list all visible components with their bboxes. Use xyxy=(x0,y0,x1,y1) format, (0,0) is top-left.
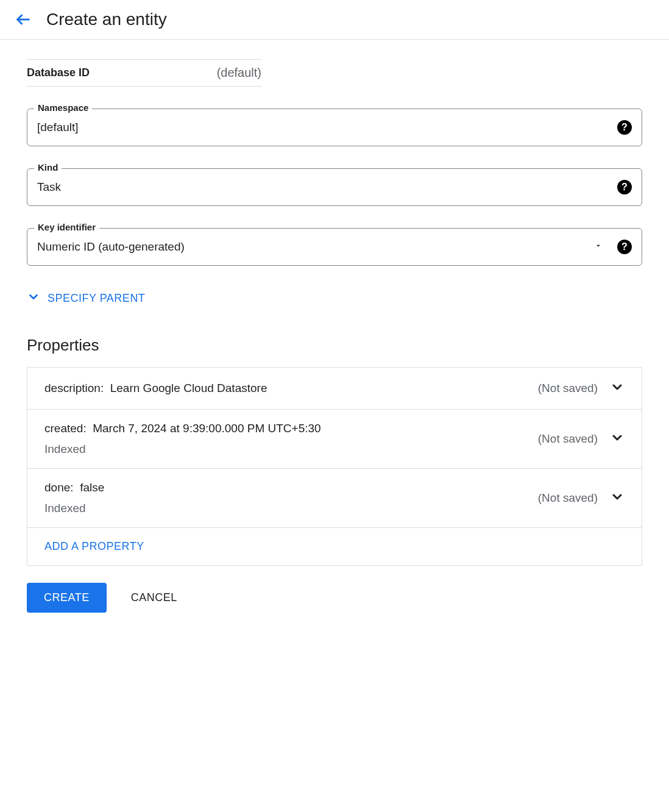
chevron-down-icon xyxy=(610,380,625,397)
content-area: Database ID (default) Namespace [default… xyxy=(0,40,669,632)
kind-value: Task xyxy=(37,180,61,194)
namespace-field-wrapper: Namespace [default] ? xyxy=(27,109,642,146)
help-icon[interactable]: ? xyxy=(617,180,632,194)
key-identifier-field-wrapper: Key identifier Numeric ID (auto-generate… xyxy=(27,228,642,266)
specify-parent-label: SPECIFY PARENT xyxy=(48,292,145,305)
property-indexed: Indexed xyxy=(44,502,104,515)
property-indexed: Indexed xyxy=(44,443,321,456)
key-identifier-select[interactable]: Numeric ID (auto-generated) ? xyxy=(27,228,642,266)
kind-label: Kind xyxy=(34,162,62,173)
property-row[interactable]: done: false Indexed (Not saved) xyxy=(27,469,642,528)
database-id-value: (default) xyxy=(217,66,261,80)
key-identifier-value: Numeric ID (auto-generated) xyxy=(37,240,185,254)
namespace-input[interactable]: [default] ? xyxy=(27,109,642,146)
chevron-down-icon xyxy=(27,290,40,307)
property-status: (Not saved) xyxy=(538,382,598,395)
page-header: Create an entity xyxy=(0,0,669,40)
help-icon[interactable]: ? xyxy=(617,120,632,135)
back-arrow-icon[interactable] xyxy=(15,11,32,28)
property-kv: description: Learn Google Cloud Datastor… xyxy=(44,382,267,395)
property-kv: created: March 7, 2024 at 9:39:00.000 PM… xyxy=(44,422,321,435)
property-status: (Not saved) xyxy=(538,432,598,446)
property-row[interactable]: created: March 7, 2024 at 9:39:00.000 PM… xyxy=(27,410,642,469)
help-icon[interactable]: ? xyxy=(617,240,632,254)
database-id-row: Database ID (default) xyxy=(27,59,261,87)
page-title: Create an entity xyxy=(46,10,167,29)
database-id-label: Database ID xyxy=(27,66,90,79)
namespace-value: [default] xyxy=(37,121,79,134)
dropdown-arrow-icon xyxy=(594,241,603,252)
kind-field-wrapper: Kind Task ? xyxy=(27,168,642,206)
kind-input[interactable]: Task ? xyxy=(27,168,642,206)
key-identifier-label: Key identifier xyxy=(34,222,99,232)
specify-parent-toggle[interactable]: SPECIFY PARENT xyxy=(27,290,642,307)
create-button[interactable]: CREATE xyxy=(27,583,107,613)
properties-title: Properties xyxy=(27,336,642,355)
namespace-label: Namespace xyxy=(34,102,92,113)
property-row[interactable]: description: Learn Google Cloud Datastor… xyxy=(27,368,642,410)
cancel-button[interactable]: CANCEL xyxy=(131,591,177,604)
chevron-down-icon xyxy=(610,490,625,507)
properties-list: description: Learn Google Cloud Datastor… xyxy=(27,367,642,566)
svg-marker-1 xyxy=(596,245,600,247)
chevron-down-icon xyxy=(610,430,625,447)
property-kv: done: false xyxy=(44,481,104,494)
add-property-button[interactable]: ADD A PROPERTY xyxy=(44,540,144,552)
button-row: CREATE CANCEL xyxy=(27,583,642,613)
property-status: (Not saved) xyxy=(538,491,598,505)
add-property-row: ADD A PROPERTY xyxy=(27,528,642,565)
